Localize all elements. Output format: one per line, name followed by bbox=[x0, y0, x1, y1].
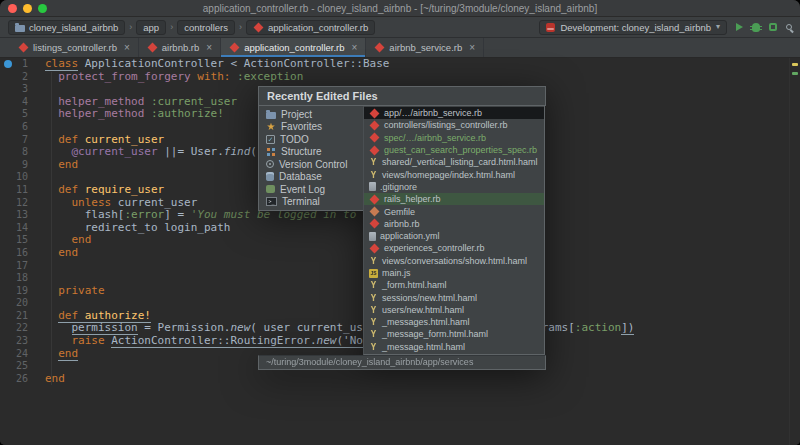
line-number[interactable]: 13 bbox=[0, 209, 36, 222]
line-number[interactable]: 14 bbox=[0, 222, 36, 235]
structure-icon bbox=[267, 148, 270, 151]
line-number[interactable]: 16 bbox=[0, 247, 36, 260]
code-line[interactable]: 26end bbox=[0, 373, 800, 386]
ruby-file-icon bbox=[230, 43, 240, 53]
recent-file-item[interactable]: experiences_controller.rb bbox=[364, 242, 544, 254]
recent-file-item[interactable]: Yviews/homepage/index.html.haml bbox=[364, 168, 544, 180]
line-number[interactable]: 17 bbox=[0, 260, 36, 273]
tool-window-label: Favorites bbox=[281, 121, 322, 132]
close-icon[interactable]: × bbox=[124, 43, 130, 53]
line-number[interactable]: 25 bbox=[0, 360, 36, 373]
line-number[interactable]: 15 bbox=[0, 234, 36, 247]
recent-file-item[interactable]: Ysessions/new.html.haml bbox=[364, 291, 544, 303]
close-icon[interactable]: × bbox=[469, 43, 475, 53]
tab-application_controller.rb[interactable]: application_controller.rb× bbox=[221, 38, 366, 57]
breadcrumb-item-cloney_island_airbnb[interactable]: cloney_island_airbnb bbox=[8, 20, 125, 35]
line-number[interactable]: 23 bbox=[0, 335, 36, 348]
haml-file-icon: Y bbox=[369, 329, 378, 339]
recent-file-item[interactable]: Y_message.html.haml bbox=[364, 341, 544, 353]
close-window-button[interactable] bbox=[8, 4, 17, 13]
tab-listings_controller.rb[interactable]: listings_controller.rb× bbox=[10, 38, 139, 57]
line-number[interactable]: 20 bbox=[0, 297, 36, 310]
debug-button[interactable] bbox=[752, 23, 760, 32]
tool-window-item-Version Control[interactable]: Version Control bbox=[259, 158, 363, 171]
class-gutter-icon[interactable] bbox=[4, 60, 12, 68]
recent-file-item[interactable]: rails_helper.rb bbox=[364, 193, 544, 205]
recent-file-item[interactable]: application.yml bbox=[364, 230, 544, 242]
recent-file-label: _message.html.haml bbox=[382, 342, 465, 352]
breadcrumb-item-app[interactable]: app bbox=[136, 20, 166, 35]
tab-airbnb_service.rb[interactable]: airbnb_service.rb× bbox=[366, 38, 484, 57]
code-text: protect_from_forgery with: :exception bbox=[36, 71, 303, 84]
haml-file-icon: Y bbox=[369, 170, 378, 180]
editor-scrollbar[interactable] bbox=[789, 58, 800, 445]
recent-file-label: guest_can_search_properties_spec.rb bbox=[384, 145, 537, 155]
navigation-bar: cloney_island_airbnb›app›controllers›app… bbox=[0, 17, 800, 38]
search-everywhere-button[interactable] bbox=[786, 24, 792, 30]
recent-file-item[interactable]: Yusers/new.html.haml bbox=[364, 304, 544, 316]
run-configuration-select[interactable]: Development: cloney_island_airbnb ▾ bbox=[539, 20, 727, 35]
ruby-file-icon bbox=[19, 43, 29, 53]
line-number[interactable]: 18 bbox=[0, 272, 36, 285]
line-number[interactable]: 24 bbox=[0, 348, 36, 361]
line-number[interactable]: 26 bbox=[0, 373, 36, 386]
tab-airbnb.rb[interactable]: airbnb.rb× bbox=[139, 38, 221, 57]
line-number[interactable]: 7 bbox=[0, 134, 36, 147]
code-text bbox=[36, 83, 45, 96]
line-number[interactable]: 9 bbox=[0, 159, 36, 172]
line-number[interactable]: 19 bbox=[0, 285, 36, 298]
line-number[interactable]: 21 bbox=[0, 310, 36, 323]
recent-file-item[interactable]: app/…/airbnb_service.rb bbox=[364, 107, 544, 119]
tool-window-item-Terminal[interactable]: >_Terminal bbox=[259, 196, 363, 209]
line-number[interactable]: 3 bbox=[0, 83, 36, 96]
tool-window-item-TODO[interactable]: ✓TODO bbox=[259, 133, 363, 146]
error-stripe-mark bbox=[792, 63, 798, 66]
line-number[interactable]: 8 bbox=[0, 146, 36, 159]
line-number[interactable]: 11 bbox=[0, 184, 36, 197]
recent-file-item[interactable]: Yshared/_vertical_listing_card.html.haml bbox=[364, 156, 544, 168]
tool-window-item-Project[interactable]: Project bbox=[259, 108, 363, 121]
line-number[interactable]: 5 bbox=[0, 108, 36, 121]
zoom-window-button[interactable] bbox=[38, 4, 47, 13]
line-number[interactable]: 2 bbox=[0, 71, 36, 84]
recently-edited-files-popup: Recently Edited Files Project★Favorites✓… bbox=[258, 86, 546, 370]
run-button[interactable] bbox=[736, 23, 743, 31]
recent-file-item[interactable]: JSmain.js bbox=[364, 267, 544, 279]
tool-window-item-Structure[interactable]: Structure bbox=[259, 146, 363, 159]
breadcrumb-item-application_controller.rb[interactable]: application_controller.rb bbox=[246, 20, 375, 35]
code-line[interactable]: 2 protect_from_forgery with: :exception bbox=[0, 71, 800, 84]
tool-window-item-Favorites[interactable]: ★Favorites bbox=[259, 121, 363, 134]
line-number[interactable]: 1 bbox=[0, 58, 36, 71]
folder-icon bbox=[266, 112, 276, 119]
recent-file-item[interactable]: guest_can_search_properties_spec.rb bbox=[364, 144, 544, 156]
line-number[interactable]: 10 bbox=[0, 171, 36, 184]
ruby-file-icon bbox=[370, 120, 380, 130]
ruby-file-icon bbox=[375, 43, 385, 53]
close-icon[interactable]: × bbox=[352, 43, 358, 53]
close-icon[interactable]: × bbox=[206, 43, 212, 53]
tool-window-label: Project bbox=[281, 109, 312, 120]
recent-file-item[interactable]: Y_messages.html.haml bbox=[364, 316, 544, 328]
line-number[interactable]: 4 bbox=[0, 96, 36, 109]
code-text: private bbox=[36, 285, 105, 298]
recent-file-item[interactable]: Gemfile bbox=[364, 205, 544, 217]
traffic-lights bbox=[8, 4, 47, 13]
recent-file-item[interactable]: spec/…/airbnb_service.rb bbox=[364, 132, 544, 144]
recent-file-item[interactable]: controllers/listings_controller.rb bbox=[364, 119, 544, 131]
run-with-coverage-button[interactable] bbox=[769, 23, 777, 31]
recent-file-item[interactable]: Yviews/conversations/show.html.haml bbox=[364, 255, 544, 267]
recent-file-label: main.js bbox=[382, 268, 411, 278]
tool-window-item-Database[interactable]: Database bbox=[259, 171, 363, 184]
tool-window-item-Event Log[interactable]: Event Log bbox=[259, 183, 363, 196]
recent-file-item[interactable]: airbnb.rb bbox=[364, 218, 544, 230]
line-number[interactable]: 12 bbox=[0, 197, 36, 210]
line-number[interactable]: 22 bbox=[0, 322, 36, 335]
breadcrumb-item-controllers[interactable]: controllers bbox=[177, 20, 235, 35]
recent-file-label: airbnb.rb bbox=[384, 219, 420, 229]
recent-file-item[interactable]: Y_message_form.html.haml bbox=[364, 328, 544, 340]
line-number[interactable]: 6 bbox=[0, 121, 36, 134]
recent-file-item[interactable]: .gitignore bbox=[364, 181, 544, 193]
recent-file-item[interactable]: Y_form.html.haml bbox=[364, 279, 544, 291]
minimize-window-button[interactable] bbox=[23, 4, 32, 13]
error-stripe-mark bbox=[792, 72, 798, 75]
